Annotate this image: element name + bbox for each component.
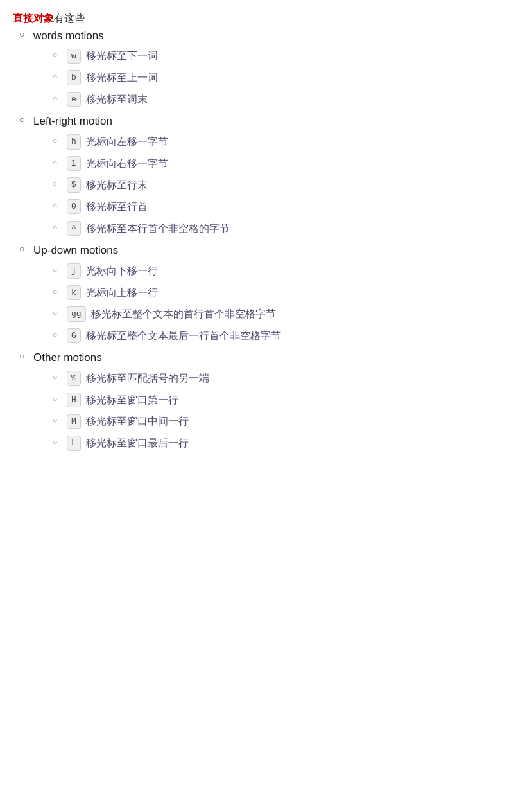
list-item: 0移光标至行首 xyxy=(53,199,503,215)
header-highlight: 直接对象 xyxy=(13,13,54,24)
key-badge: $ xyxy=(67,177,81,193)
key-badge: gg xyxy=(67,306,86,322)
category-label-left-right-motion: Left-right motion xyxy=(33,115,112,127)
key-badge: b xyxy=(67,70,81,85)
category-label-other-motions: Other motions xyxy=(33,351,102,364)
key-badge: H xyxy=(67,393,81,408)
item-description: 移光标至整个文本的首行首个非空格字节 xyxy=(91,306,276,322)
list-item: ^移光标至本行首个非空格的字节 xyxy=(53,220,503,237)
list-item: k光标向上移一行 xyxy=(53,285,503,301)
key-badge: e xyxy=(67,92,81,107)
category-label-words-motions: words motions xyxy=(33,30,104,42)
list-item: %移光标至匹配括号的另一端 xyxy=(53,370,503,387)
key-badge: ^ xyxy=(67,221,81,236)
list-item: gg移光标至整个文本的首行首个非空格字节 xyxy=(53,306,503,322)
category-item-up-down-motions: Up-down motionsj光标向下移一行k光标向上移一行gg移光标至整个文… xyxy=(19,242,503,344)
key-badge: w xyxy=(67,49,81,64)
item-description: 光标向下移一行 xyxy=(86,263,158,279)
key-badge: h xyxy=(67,134,81,150)
item-description: 移光标至本行首个非空格的字节 xyxy=(86,220,230,237)
item-description: 移光标至词末 xyxy=(86,91,148,108)
list-item: G移光标至整个文本最后一行首个非空格字节 xyxy=(53,328,503,344)
page-header: 直接对象有这些 xyxy=(13,10,503,27)
item-description: 移光标至行首 xyxy=(86,199,148,215)
list-item: b移光标至上一词 xyxy=(53,69,503,86)
list-item: L移光标至窗口最后一行 xyxy=(53,435,503,452)
list-item: l光标向右移一字节 xyxy=(53,155,503,172)
key-badge: G xyxy=(67,328,81,344)
item-description: 光标向左移一字节 xyxy=(86,134,168,150)
category-label-up-down-motions: Up-down motions xyxy=(33,244,118,256)
key-badge: M xyxy=(67,414,81,430)
key-badge: 0 xyxy=(67,199,81,215)
list-item: M移光标至窗口中间一行 xyxy=(53,413,503,430)
list-item: h光标向左移一字节 xyxy=(53,134,503,150)
item-description: 移光标至窗口中间一行 xyxy=(86,413,189,430)
category-item-words-motions: words motionsw移光标至下一词b移光标至上一词e移光标至词末 xyxy=(19,27,503,108)
list-item: w移光标至下一词 xyxy=(53,48,503,64)
item-description: 光标向右移一字节 xyxy=(86,155,168,172)
key-badge: L xyxy=(67,436,81,451)
key-badge: k xyxy=(67,285,81,301)
list-item: H移光标至窗口第一行 xyxy=(53,392,503,409)
key-badge: j xyxy=(67,263,81,279)
main-list: words motionsw移光标至下一词b移光标至上一词e移光标至词末Left… xyxy=(13,27,503,452)
sublist-other-motions: %移光标至匹配括号的另一端H移光标至窗口第一行M移光标至窗口中间一行L移光标至窗… xyxy=(33,370,503,451)
category-item-left-right-motion: Left-right motionh光标向左移一字节l光标向右移一字节$移光标至… xyxy=(19,112,503,236)
item-description: 移光标至整个文本最后一行首个非空格字节 xyxy=(86,328,281,344)
item-description: 移光标至窗口第一行 xyxy=(86,392,178,409)
item-description: 移光标至下一词 xyxy=(86,48,158,64)
sublist-up-down-motions: j光标向下移一行k光标向上移一行gg移光标至整个文本的首行首个非空格字节G移光标… xyxy=(33,263,503,344)
item-description: 移光标至行末 xyxy=(86,177,148,193)
list-item: e移光标至词末 xyxy=(53,91,503,108)
header-normal: 有这些 xyxy=(54,13,85,24)
category-item-other-motions: Other motions%移光标至匹配括号的另一端H移光标至窗口第一行M移光标… xyxy=(19,349,503,451)
key-badge: l xyxy=(67,156,81,172)
item-description: 移光标至匹配括号的另一端 xyxy=(86,370,209,387)
list-item: $移光标至行末 xyxy=(53,177,503,193)
sublist-left-right-motion: h光标向左移一字节l光标向右移一字节$移光标至行末0移光标至行首^移光标至本行首… xyxy=(33,134,503,236)
sublist-words-motions: w移光标至下一词b移光标至上一词e移光标至词末 xyxy=(33,48,503,107)
list-item: j光标向下移一行 xyxy=(53,263,503,279)
key-badge: % xyxy=(67,371,81,386)
item-description: 移光标至上一词 xyxy=(86,69,158,86)
item-description: 光标向上移一行 xyxy=(86,285,158,301)
item-description: 移光标至窗口最后一行 xyxy=(86,435,189,452)
